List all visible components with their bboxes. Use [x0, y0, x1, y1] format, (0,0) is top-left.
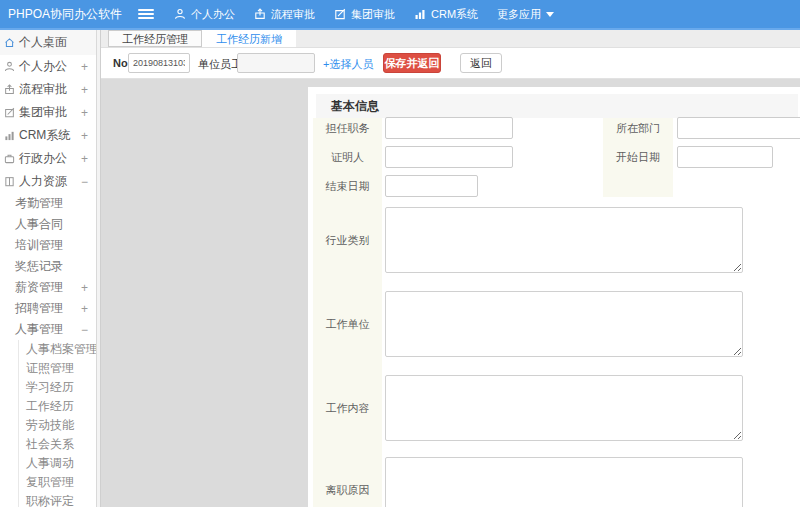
sidebar-item-label: 人事合同 — [15, 216, 63, 233]
nav-item-label: CRM系统 — [431, 7, 478, 22]
witness-label: 证明人 — [313, 151, 382, 163]
sidebar-item-label: 人力资源 — [19, 173, 67, 190]
no-input[interactable] — [128, 53, 190, 73]
flow-icon — [4, 84, 19, 95]
collapse-icon[interactable]: − — [81, 324, 88, 336]
nav-workflow-approval[interactable]: 流程审批 — [254, 7, 315, 22]
sidebar-item-social-relations[interactable]: 社会关系 — [18, 435, 96, 454]
sidebar-item-personnel-mgmt[interactable]: 人事管理− — [0, 319, 96, 340]
sidebar-item-salary-mgmt[interactable]: 薪资管理+ — [0, 277, 96, 298]
home-icon — [4, 37, 19, 48]
nav-item-label: 流程审批 — [271, 7, 315, 22]
caret-down-icon — [546, 12, 554, 17]
expand-icon[interactable]: + — [81, 130, 88, 142]
nav-item-label: 更多应用 — [497, 7, 541, 22]
save-and-return-button[interactable]: 保存并返回 — [383, 53, 441, 73]
expand-icon[interactable]: + — [81, 61, 88, 73]
employee-input[interactable] — [237, 53, 315, 73]
expand-icon[interactable]: + — [81, 84, 88, 96]
top-nav-menu: 个人办公 流程审批 集团审批 CRM系统 更多应用 — [174, 7, 573, 22]
hamburger-menu-icon[interactable] — [138, 9, 154, 19]
nav-personal-office[interactable]: 个人办公 — [174, 7, 235, 22]
department-label: 所在部门 — [603, 122, 673, 134]
department-input[interactable] — [677, 117, 800, 139]
expand-icon[interactable]: + — [81, 303, 88, 315]
sidebar-item-label: 工作经历 — [26, 398, 74, 415]
leave-reason-textarea[interactable] — [385, 457, 743, 507]
sidebar-item-label: 培训管理 — [15, 237, 63, 254]
sidebar-item-admin-office[interactable]: 行政办公 + — [0, 147, 96, 170]
sidebar-item-hr-contract[interactable]: 人事合同 — [0, 214, 96, 235]
leave-reason-label: 离职原因 — [313, 484, 382, 496]
nav-more-apps[interactable]: 更多应用 — [497, 7, 554, 22]
tab-bar: 工作经历管理 工作经历新增 — [101, 30, 800, 48]
sidebar-item-personnel-archive[interactable]: 人事档案管理 — [18, 340, 96, 359]
org-icon — [4, 176, 19, 187]
company-textarea[interactable] — [385, 291, 743, 357]
sidebar-item-label: 社会关系 — [26, 436, 74, 453]
sidebar-item-recruitment-mgmt[interactable]: 招聘管理+ — [0, 298, 96, 319]
tab-work-experience-mgmt[interactable]: 工作经历管理 — [108, 30, 202, 47]
nav-item-label: 个人办公 — [191, 7, 235, 22]
sidebar-item-label: 集团审批 — [19, 104, 67, 121]
section-header: 基本信息 — [316, 94, 798, 118]
sidebar-item-label: 人事管理 — [15, 321, 63, 338]
sidebar-item-reward-punishment[interactable]: 奖惩记录 — [0, 256, 96, 277]
form-toolbar: No: 单位员工: +选择人员 保存并返回 返回 — [101, 48, 800, 79]
flow-icon — [254, 8, 266, 20]
sidebar-item-training-mgmt[interactable]: 培训管理 — [0, 235, 96, 256]
sidebar-item-crm-system[interactable]: CRM系统 + — [0, 124, 96, 147]
sidebar-item-personnel-transfer[interactable]: 人事调动 — [18, 454, 96, 473]
sidebar-item-study-experience[interactable]: 学习经历 — [18, 378, 96, 397]
app-title: PHPOA协同办公软件 — [0, 6, 128, 23]
sidebar-item-label: 人事调动 — [26, 455, 74, 472]
start-date-label: 开始日期 — [603, 151, 673, 163]
job-content-label: 工作内容 — [313, 402, 382, 414]
form-panel: 基本信息 担任职务 所在部门 证明人 开始日期 结束日期 行业类别 工作单位 — [308, 87, 800, 507]
sidebar-item-human-resources[interactable]: 人力资源 − — [0, 170, 96, 193]
sidebar-item-label: 职称评定 — [26, 493, 74, 507]
sidebar-item-attendance-mgmt[interactable]: 考勤管理 — [0, 193, 96, 214]
position-input[interactable] — [385, 117, 513, 139]
end-date-input[interactable] — [385, 175, 478, 197]
sidebar-item-title-evaluation[interactable]: 职称评定 — [18, 492, 96, 507]
sidebar-item-work-experience[interactable]: 工作经历 — [18, 397, 96, 416]
select-person-link[interactable]: +选择人员 — [323, 57, 373, 72]
sidebar-item-label: 薪资管理 — [15, 279, 63, 296]
sidebar-item-personal-desktop[interactable]: 个人桌面 — [0, 30, 96, 55]
job-content-textarea[interactable] — [385, 375, 743, 441]
sidebar: 个人桌面 个人办公 + 流程审批 + 集团审批 + CRM系统 + 行政办公 + — [0, 30, 97, 507]
edit-icon — [4, 107, 19, 118]
sidebar-item-label: 个人办公 — [19, 58, 67, 75]
collapse-icon[interactable]: − — [81, 176, 88, 188]
sidebar-item-label: 招聘管理 — [15, 300, 63, 317]
sidebar-item-workflow-approval[interactable]: 流程审批 + — [0, 78, 96, 101]
sidebar-item-personal-office[interactable]: 个人办公 + — [0, 55, 96, 78]
sidebar-item-certificate-mgmt[interactable]: 证照管理 — [18, 359, 96, 378]
label-column-left — [313, 118, 382, 507]
start-date-input[interactable] — [677, 146, 773, 168]
sidebar-item-label: 奖惩记录 — [15, 258, 63, 275]
sidebar-item-labor-skills[interactable]: 劳动技能 — [18, 416, 96, 435]
industry-label: 行业类别 — [313, 234, 382, 246]
sidebar-item-group-approval[interactable]: 集团审批 + — [0, 101, 96, 124]
sidebar-item-label: 证照管理 — [26, 360, 74, 377]
tab-work-experience-new[interactable]: 工作经历新增 — [202, 30, 296, 47]
expand-icon[interactable]: + — [81, 282, 88, 294]
sidebar-item-label: 流程审批 — [19, 81, 67, 98]
sidebar-item-label: 劳动技能 — [26, 417, 74, 434]
expand-icon[interactable]: + — [81, 153, 88, 165]
user-icon — [174, 8, 186, 20]
sidebar-item-label: 考勤管理 — [15, 195, 63, 212]
nav-crm-system[interactable]: CRM系统 — [414, 7, 478, 22]
industry-textarea[interactable] — [385, 207, 743, 273]
back-button[interactable]: 返回 — [460, 53, 502, 73]
expand-icon[interactable]: + — [81, 107, 88, 119]
sidebar-item-label: 个人桌面 — [19, 34, 67, 51]
nav-group-approval[interactable]: 集团审批 — [334, 7, 395, 22]
witness-input[interactable] — [385, 146, 513, 168]
chart-icon — [4, 130, 19, 141]
section-title: 基本信息 — [316, 94, 798, 118]
sidebar-item-reinstatement-mgmt[interactable]: 复职管理 — [18, 473, 96, 492]
company-label: 工作单位 — [313, 318, 382, 330]
